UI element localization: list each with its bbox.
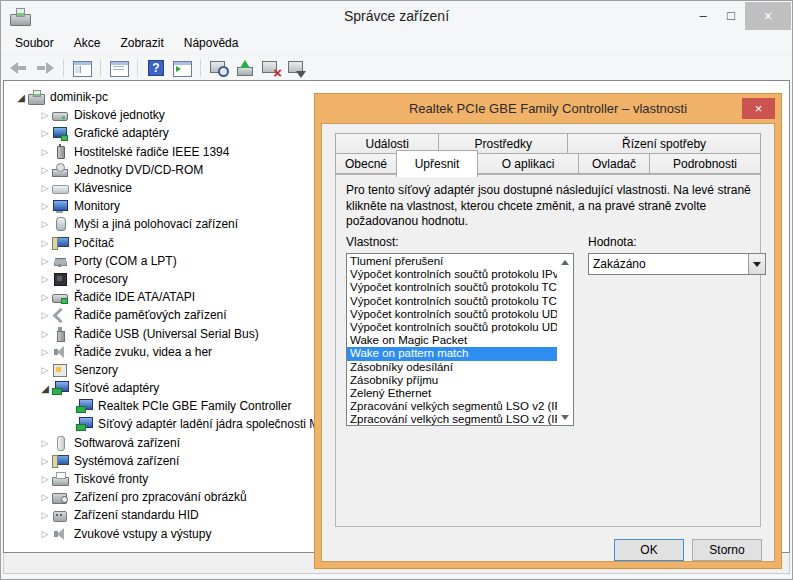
- tab-obecne[interactable]: Obecné: [335, 153, 397, 174]
- tree-expander-icon[interactable]: ▷: [38, 456, 52, 466]
- tree-item-label: Řadiče paměťových zařízení: [74, 308, 227, 322]
- tree-expander-icon[interactable]: ▷: [38, 110, 52, 120]
- value-label: Hodnota:: [588, 235, 637, 249]
- tree-expander-icon[interactable]: ▷: [38, 365, 52, 375]
- property-option[interactable]: Wake on Magic Packet: [347, 334, 557, 347]
- menu-item-akce[interactable]: Akce: [64, 32, 111, 54]
- property-option[interactable]: Zelený Ethernet: [347, 387, 557, 400]
- tree-expander-icon[interactable]: ◢: [38, 383, 52, 394]
- tree-expander-icon[interactable]: ◢: [14, 92, 28, 103]
- tree-item-label: Monitory: [74, 199, 120, 213]
- listbox-scrollbar[interactable]: [557, 254, 573, 425]
- value-dropdown-value: Zakázáno: [589, 254, 748, 274]
- tree-expander-icon[interactable]: ▷: [38, 128, 52, 138]
- property-listbox: Tlumení přerušeníVýpočet kontrolních sou…: [346, 253, 574, 426]
- display-adapter-icon: [52, 126, 69, 140]
- sensor-icon: [52, 363, 69, 377]
- property-option[interactable]: Výpočet kontrolních součtů protokolu IPv…: [347, 268, 557, 281]
- tree-expander-icon[interactable]: ▷: [38, 329, 52, 339]
- scrollbar-down-icon[interactable]: [557, 410, 573, 424]
- tree-expander-icon[interactable]: ▷: [38, 310, 52, 320]
- toolbar-separator: [63, 59, 64, 77]
- tree-item-label: dominik-pc: [50, 90, 108, 104]
- network-adapter-icon: [52, 381, 69, 395]
- tree-expander-icon[interactable]: ▷: [38, 256, 52, 266]
- property-option[interactable]: Zpracování velkých segmentů LSO v2 (IPv6…: [347, 413, 557, 425]
- tree-expander-icon[interactable]: ▷: [38, 492, 52, 502]
- menu-item-soubor[interactable]: Soubor: [5, 32, 64, 54]
- menu-item-zobrazit[interactable]: Zobrazit: [110, 32, 173, 54]
- property-option[interactable]: Výpočet kontrolních součtů protokolu TCP…: [347, 295, 557, 308]
- tree-item-label: Porty (COM a LPT): [74, 254, 177, 268]
- property-option[interactable]: Tlumení přerušení: [347, 255, 557, 268]
- close-button[interactable]: ×: [745, 2, 791, 30]
- property-option[interactable]: Výpočet kontrolních součtů protokolu TCP…: [347, 281, 557, 294]
- tab-rizeni-spotreby[interactable]: Řízení spotřeby: [567, 133, 761, 154]
- tree-expander-icon[interactable]: ▷: [38, 147, 52, 157]
- tree-expander-icon[interactable]: ▷: [38, 274, 52, 284]
- tree-item-label: Počítač: [74, 236, 114, 250]
- dialog-title-bar: Realtek PCIe GBE Family Controller – vla…: [315, 94, 781, 123]
- monitor-icon: [52, 199, 69, 213]
- tree-expander-icon[interactable]: ▷: [38, 201, 52, 211]
- disk-drive-icon: [52, 108, 69, 122]
- uninstall-device-icon[interactable]: [286, 58, 308, 78]
- tab-row-bottom: ObecnéUpřesnitO aplikaciOvladačPodrobnos…: [335, 153, 761, 174]
- property-option[interactable]: Zásobníky odesílání: [347, 361, 557, 374]
- menu-bar: SouborAkceZobrazitNápověda: [1, 31, 792, 54]
- tree-expander-icon[interactable]: ▷: [38, 474, 52, 484]
- dialog-title: Realtek PCIe GBE Family Controller – vla…: [409, 101, 687, 116]
- menu-item-napoveda[interactable]: Nápověda: [174, 32, 249, 54]
- disable-device-icon[interactable]: [260, 58, 282, 78]
- scan-hardware-icon[interactable]: [208, 58, 230, 78]
- imaging-device-icon: [52, 490, 69, 504]
- value-dropdown[interactable]: Zakázáno: [588, 253, 766, 275]
- maximize-button[interactable]: □: [717, 2, 745, 30]
- hid-device-icon: [52, 508, 69, 522]
- device-manager-window: Správce zařízení – □ × SouborAkceZobrazi…: [0, 0, 793, 580]
- tree-item-label: Hostitelské řadiče IEEE 1394: [74, 145, 229, 159]
- tree-expander-icon[interactable]: ▷: [38, 529, 52, 539]
- tree-item-label: Softwarová zařízení: [74, 436, 180, 450]
- scrollbar-up-icon[interactable]: [557, 255, 573, 269]
- action-pane-icon[interactable]: [171, 58, 193, 78]
- back-icon[interactable]: [8, 58, 30, 78]
- property-option[interactable]: Zpracování velkých segmentů LSO v2 (IPv4…: [347, 400, 557, 413]
- usb-controller-icon: [52, 327, 69, 341]
- forward-icon[interactable]: [34, 58, 56, 78]
- tree-expander-icon[interactable]: ▷: [38, 347, 52, 357]
- tree-expander-icon[interactable]: ▷: [38, 510, 52, 520]
- properties-icon[interactable]: [108, 58, 130, 78]
- dialog-close-button[interactable]: ×: [742, 98, 775, 119]
- update-driver-icon[interactable]: [234, 58, 256, 78]
- ok-button[interactable]: OK: [614, 539, 684, 561]
- tree-item-label: Senzory: [74, 363, 118, 377]
- tree-expander-icon[interactable]: ▷: [38, 183, 52, 193]
- help-icon[interactable]: ?: [145, 58, 167, 78]
- tree-expander-icon[interactable]: ▷: [38, 292, 52, 302]
- console-tree-icon[interactable]: [71, 58, 93, 78]
- tab-ovladac[interactable]: Ovladač: [578, 153, 650, 174]
- cancel-button[interactable]: Storno: [692, 539, 762, 561]
- minimize-button[interactable]: –: [689, 2, 717, 30]
- tree-item-label: Tiskové fronty: [74, 472, 148, 486]
- storage-controller-icon: [52, 308, 69, 322]
- tab-podrobnosti[interactable]: Podrobnosti: [649, 153, 761, 174]
- tree-expander-icon[interactable]: ▷: [38, 438, 52, 448]
- title-bar: Správce zařízení – □ ×: [1, 1, 792, 31]
- network-adapter-icon: [76, 417, 93, 431]
- property-option[interactable]: Výpočet kontrolních součtů protokolu UDP…: [347, 321, 557, 334]
- pc-icon: [52, 236, 69, 250]
- tree-expander-icon[interactable]: ▷: [38, 238, 52, 248]
- property-option[interactable]: Zásobníky příjmu: [347, 374, 557, 387]
- property-option[interactable]: Wake on pattern match: [347, 347, 557, 360]
- processor-icon: [52, 272, 69, 286]
- mouse-icon: [52, 217, 69, 231]
- property-option[interactable]: Výpočet kontrolních součtů protokolu UDP…: [347, 308, 557, 321]
- computer-icon: [28, 90, 45, 104]
- tab-upresnit[interactable]: Upřesnit: [396, 150, 478, 177]
- tree-expander-icon[interactable]: ▷: [38, 165, 52, 175]
- tab-o-aplikaci[interactable]: O aplikaci: [477, 153, 579, 174]
- tree-expander-icon[interactable]: ▷: [38, 219, 52, 229]
- dropdown-arrow-icon[interactable]: [748, 254, 765, 274]
